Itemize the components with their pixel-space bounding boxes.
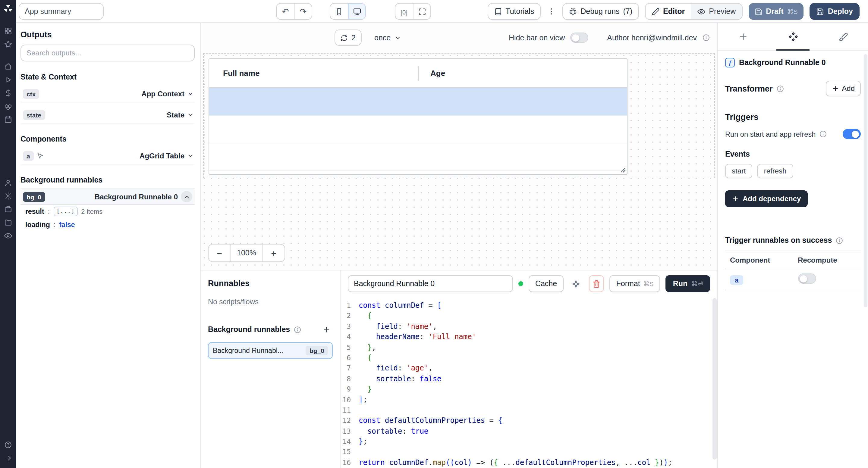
code-line[interactable]: 7 field: 'age', [341, 364, 717, 374]
zoom-in-button[interactable]: + [263, 244, 284, 261]
chevron-down-icon[interactable] [187, 153, 193, 159]
zoom-out-button[interactable]: − [209, 244, 230, 261]
tab-insert-component[interactable] [718, 23, 768, 50]
calendar-icon[interactable] [4, 115, 12, 124]
tab-styling[interactable] [818, 23, 868, 50]
code-line[interactable]: 1const columnDef = [ [341, 301, 717, 311]
star-icon[interactable] [4, 40, 12, 48]
resize-handle[interactable] [620, 167, 626, 173]
windmill-logo[interactable] [3, 4, 13, 14]
dollar-icon[interactable] [4, 89, 12, 97]
info-icon[interactable] [819, 130, 827, 138]
chevron-down-icon[interactable] [187, 112, 193, 118]
column-header-age[interactable]: Age [418, 59, 445, 87]
chevron-down-icon[interactable] [187, 91, 193, 97]
ai-assistant-button[interactable] [569, 276, 583, 292]
loading-row[interactable]: loading : false [21, 218, 195, 231]
toolbox-icon[interactable] [4, 205, 12, 213]
code-line[interactable]: 2 { [341, 311, 717, 322]
run-on-start-toggle[interactable] [843, 129, 861, 139]
schedule-select[interactable]: once [370, 30, 406, 46]
app-summary-input[interactable] [19, 3, 104, 20]
editor-tab[interactable]: Editor [646, 4, 691, 19]
add-transformer-button[interactable]: Add [826, 81, 861, 96]
add-background-runnable-button[interactable] [319, 323, 333, 336]
play-icon[interactable] [4, 76, 12, 84]
info-icon[interactable] [293, 326, 301, 333]
deploy-button[interactable]: Deploy [810, 3, 860, 20]
result-row[interactable]: result : [...] 2 items [21, 205, 195, 218]
search-outputs-input[interactable] [21, 44, 195, 61]
info-icon[interactable] [776, 85, 784, 93]
collapse-button[interactable] [181, 191, 192, 202]
output-row-ctx[interactable]: ctx App Context [21, 86, 195, 102]
event-chip-refresh[interactable]: refresh [757, 164, 793, 178]
preview-tab[interactable]: Preview [691, 4, 742, 19]
result-expand-chip[interactable]: [...] [53, 207, 78, 216]
canvas-grid-area[interactable]: Full name Age [203, 53, 715, 178]
right-panel-scrollbar[interactable] [864, 54, 867, 307]
redo-button[interactable] [294, 4, 312, 19]
code-line[interactable]: 14}; [341, 437, 717, 447]
code-line[interactable]: 16return columnDef.map((col) => ({ ...de… [341, 458, 717, 468]
draft-button[interactable]: Draft ⌘S [748, 3, 804, 20]
grid-icon[interactable] [4, 27, 12, 35]
output-row-state[interactable]: state State [21, 107, 195, 124]
code-line[interactable]: 3 field: 'name', [341, 322, 717, 332]
output-row-component-a[interactable]: a AgGrid Table [21, 147, 195, 164]
code-lines[interactable]: 1const columnDef = [2 {3 field: 'name',4… [341, 297, 717, 468]
app-canvas[interactable]: 2 once Hide bar on view Author henri@win… [201, 23, 717, 270]
arrow-right-icon[interactable] [4, 454, 12, 462]
hand-pointer-icon[interactable] [34, 153, 43, 159]
code-line[interactable]: 13 sortable: true [341, 426, 717, 437]
add-dependency-button[interactable]: Add dependency [725, 190, 807, 207]
fullscreen-button[interactable] [413, 4, 430, 19]
home-icon[interactable] [4, 63, 12, 70]
aggrid-table-component[interactable]: Full name Age [209, 59, 627, 175]
output-row-bg0[interactable]: bg_0 Background Runnable 0 [21, 189, 195, 205]
sidebar-icons-top [4, 27, 12, 48]
code-line[interactable]: 11 [341, 405, 717, 416]
user-icon[interactable] [4, 179, 12, 187]
info-icon[interactable] [835, 236, 843, 244]
more-menu-button[interactable] [547, 7, 556, 16]
runnable-name-input[interactable] [348, 275, 513, 292]
code-scrollbar[interactable] [712, 298, 717, 460]
delete-runnable-button[interactable] [589, 275, 604, 292]
table-row[interactable] [209, 115, 627, 143]
refresh-count-button[interactable]: 2 [335, 30, 362, 46]
component-a-chip[interactable]: a [730, 275, 743, 285]
column-header-full-name[interactable]: Full name [209, 59, 418, 87]
tab-component-settings[interactable] [768, 23, 818, 50]
code-line[interactable]: 12const defaultColumnProperties = { [341, 416, 717, 427]
eye-icon[interactable] [4, 232, 12, 240]
run-button[interactable]: Run ⌘⏎ [666, 275, 710, 292]
tutorials-button[interactable]: Tutorials [487, 3, 541, 20]
cache-button[interactable]: Cache [529, 275, 564, 292]
desktop-view-button[interactable] [348, 4, 365, 19]
format-button[interactable]: Format ⌘S [610, 275, 660, 292]
event-chip-start[interactable]: start [725, 164, 752, 178]
code-line[interactable]: 4 headerName: 'Full name' [341, 332, 717, 342]
run-shortcut: ⌘⏎ [691, 280, 703, 287]
code-line[interactable]: 5 }, [341, 342, 717, 353]
recompute-toggle[interactable] [798, 273, 816, 284]
center-canvas-button[interactable] [396, 4, 413, 19]
help-icon[interactable] [4, 441, 12, 449]
table-row[interactable] [209, 143, 627, 171]
table-row[interactable] [209, 88, 627, 115]
hide-bar-toggle[interactable] [570, 33, 588, 43]
debug-runs-button[interactable]: Debug runs (7) [562, 3, 639, 20]
folder-icon[interactable] [4, 219, 12, 227]
undo-button[interactable] [277, 4, 294, 19]
info-icon[interactable] [702, 34, 710, 41]
mobile-view-button[interactable] [330, 4, 348, 19]
code-line[interactable]: 8 sortable: false [341, 374, 717, 384]
runnable-item-bg0[interactable]: Background Runnabl... bg_0 [208, 342, 333, 359]
boxes-icon[interactable] [4, 102, 12, 110]
code-line[interactable]: 10]; [341, 395, 717, 405]
gear-icon[interactable] [4, 192, 12, 200]
code-line[interactable]: 9 } [341, 384, 717, 395]
code-line[interactable]: 15 [341, 447, 717, 458]
code-line[interactable]: 6 { [341, 353, 717, 364]
